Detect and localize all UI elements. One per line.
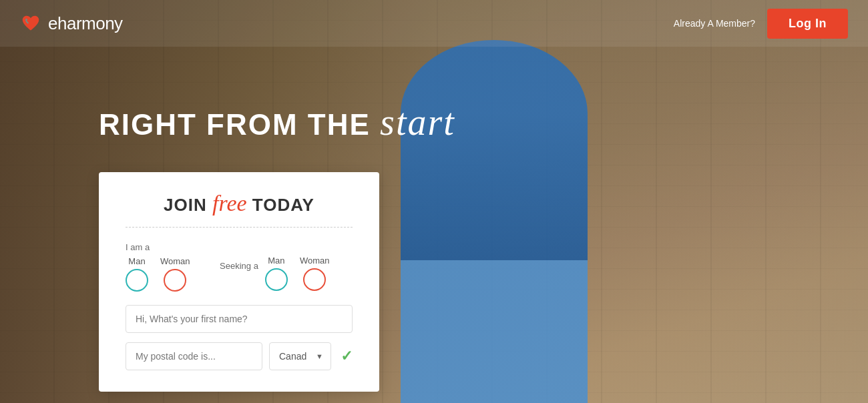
seeking-man-option[interactable]: Man bbox=[265, 256, 288, 291]
i-am-woman-option[interactable]: Woman bbox=[160, 256, 190, 292]
seeking-group: Man Woman bbox=[265, 242, 353, 291]
country-select-wrapper: Canada United States United Kingdom Aust… bbox=[269, 342, 331, 370]
headline-part1: RIGHT FROM THE bbox=[99, 108, 371, 141]
form-title: JOIN free TODAY bbox=[126, 191, 353, 216]
header-right: Already A Member? Log In bbox=[674, 9, 848, 39]
form-divider bbox=[126, 227, 353, 228]
gender-seeking-groups: I am a Man Woman Seeking a Man bbox=[126, 242, 353, 292]
i-am-label: I am a bbox=[126, 242, 213, 252]
seeking-man-radio[interactable] bbox=[265, 268, 288, 291]
logo: eharmony bbox=[20, 13, 123, 34]
seeking-label: Seeking a bbox=[220, 261, 258, 271]
logo-text: eharmony bbox=[48, 13, 123, 34]
woman-label-1: Woman bbox=[160, 256, 190, 266]
headline-script: start bbox=[380, 101, 455, 143]
i-am-man-radio[interactable] bbox=[126, 269, 148, 292]
man-label-2: Man bbox=[268, 256, 284, 266]
country-select[interactable]: Canada United States United Kingdom Aust… bbox=[269, 342, 331, 370]
bottom-inputs-row: Canada United States United Kingdom Aust… bbox=[126, 342, 353, 370]
seeking-separator: Seeking a bbox=[213, 242, 265, 271]
header: eharmony Already A Member? Log In bbox=[0, 0, 868, 47]
check-icon: ✓ bbox=[341, 348, 353, 365]
logo-heart-icon bbox=[20, 14, 41, 33]
form-title-free: free bbox=[212, 191, 247, 216]
seeking-woman-radio[interactable] bbox=[303, 268, 326, 291]
i-am-options: Man Woman bbox=[126, 256, 213, 292]
i-am-group: I am a Man Woman bbox=[126, 242, 213, 292]
first-name-input[interactable] bbox=[126, 305, 353, 333]
i-am-man-option[interactable]: Man bbox=[126, 256, 148, 292]
signup-form: JOIN free TODAY I am a Man Woman Seeking… bbox=[99, 172, 379, 392]
form-title-today: TODAY bbox=[247, 195, 314, 215]
seeking-options: Man Woman bbox=[265, 256, 353, 291]
i-am-woman-radio[interactable] bbox=[164, 269, 186, 292]
hero-headline: RIGHT FROM THE start bbox=[99, 103, 455, 141]
woman-label-2: Woman bbox=[300, 256, 330, 266]
already-member-text: Already A Member? bbox=[674, 18, 755, 29]
headline-main: RIGHT FROM THE start bbox=[99, 103, 455, 141]
man-label-1: Man bbox=[128, 256, 145, 266]
hero-people-image bbox=[334, 0, 868, 403]
login-button[interactable]: Log In bbox=[767, 9, 848, 39]
seeking-woman-option[interactable]: Woman bbox=[300, 256, 330, 291]
postal-code-input[interactable] bbox=[126, 342, 262, 370]
form-title-join: JOIN bbox=[164, 195, 212, 215]
